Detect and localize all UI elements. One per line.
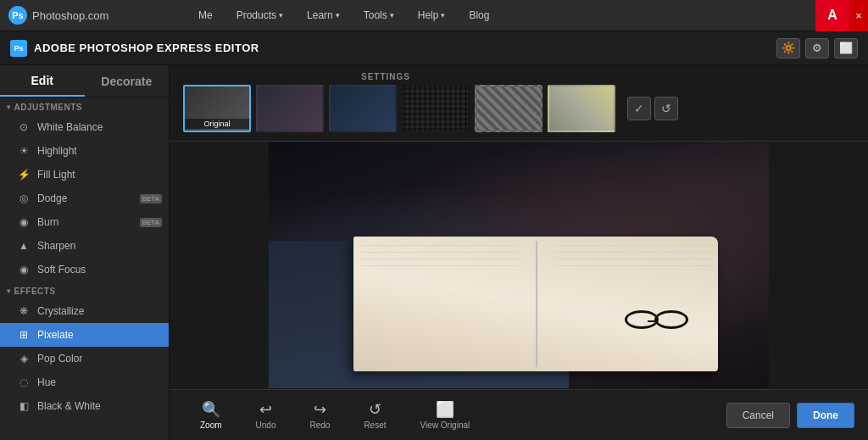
collapse-arrow-icon: ▾ (7, 287, 11, 295)
sidebar-item-black-white[interactable]: ◧ Black & White (0, 394, 169, 418)
done-button[interactable]: Done (797, 403, 854, 428)
chevron-down-icon: ▾ (441, 11, 445, 19)
zoom-icon: 🔍 (202, 400, 220, 419)
app-header-right: 🔆 ⚙ ⬜ (776, 38, 858, 58)
zoom-tool[interactable]: 🔍 Zoom (183, 397, 239, 433)
settings-button[interactable]: ⚙ (805, 38, 829, 58)
pop-color-icon: ◈ (17, 352, 31, 365)
fill-light-icon: ⚡ (17, 168, 31, 181)
brightness-button[interactable]: 🔆 (776, 38, 800, 58)
toolbar-tools: 🔍 Zoom ↩ Undo ↪ Redo ↺ Reset ⬜ View O (183, 397, 487, 433)
sidebar-item-white-balance[interactable]: ⊙ White Balance (0, 115, 169, 139)
white-balance-icon: ⊙ (17, 120, 31, 134)
sidebar-item-pop-color[interactable]: ◈ Pop Color (0, 347, 169, 370)
thumbnail-preset-3[interactable] (402, 85, 470, 132)
app-title: ADOBE PHOTOSHOP EXPRESS EDITOR (34, 42, 259, 54)
logo-area: Ps Photoshop.com (0, 6, 186, 25)
app-header: Ps ADOBE PHOTOSHOP EXPRESS EDITOR 🔆 ⚙ ⬜ (0, 31, 868, 65)
sidebar-item-sharpen[interactable]: ▲ Sharpen (0, 234, 169, 258)
sidebar-item-highlight[interactable]: ☀ Highlight (0, 139, 169, 163)
adobe-button[interactable]: A (815, 0, 849, 31)
fullscreen-button[interactable]: ⬜ (834, 38, 858, 58)
settings-label: SETTINGS (361, 72, 410, 81)
nav-item-blog[interactable]: Blog (457, 0, 501, 31)
sidebar-item-crystallize[interactable]: ❋ Crystallize (0, 299, 169, 323)
main-image (269, 142, 769, 388)
sidebar-item-pixelate[interactable]: ⊞ Pixelate (0, 323, 169, 347)
ps-logo-icon: Ps (8, 6, 27, 25)
thumbnail-preset-4[interactable] (475, 85, 542, 132)
confirm-button[interactable]: ✓ (627, 97, 651, 120)
reset-tool[interactable]: ↺ Reset (347, 397, 403, 433)
soft-focus-icon: ◉ (17, 263, 31, 276)
nav-item-help[interactable]: Help ▾ (406, 0, 458, 31)
close-button[interactable]: × (849, 0, 868, 31)
thumbnail-label: Original (185, 119, 249, 129)
tab-decorate[interactable]: Decorate (85, 65, 170, 97)
toolbar-actions: Cancel Done (726, 403, 854, 428)
adjustments-section-header[interactable]: ▾ ADJUSTMENTS (0, 97, 169, 115)
sidebar-item-soft-focus[interactable]: ◉ Soft Focus (0, 258, 169, 281)
chevron-down-icon: ▾ (390, 11, 394, 19)
app-header-left: Ps ADOBE PHOTOSHOP EXPRESS EDITOR (10, 40, 259, 57)
image-canvas[interactable] (170, 142, 868, 389)
thumbnail-preset-5[interactable] (548, 85, 615, 132)
nav-item-me[interactable]: Me (186, 0, 225, 31)
app-logo-icon: Ps (10, 40, 27, 57)
view-original-tool[interactable]: ⬜ View Original (403, 397, 487, 433)
undo-tool[interactable]: ↩ Undo (239, 397, 293, 433)
bottom-toolbar: 🔍 Zoom ↩ Undo ↪ Redo ↺ Reset ⬜ View O (170, 389, 868, 440)
sidebar: Edit Decorate ▾ ADJUSTMENTS ⊙ White Bala… (0, 65, 170, 440)
collapse-arrow-icon: ▾ (7, 103, 11, 111)
thumbnail-preset-2[interactable] (329, 85, 397, 132)
tab-edit[interactable]: Edit (0, 65, 85, 97)
sharpen-icon: ▲ (17, 239, 31, 253)
thumbnail-strip: Original (183, 85, 615, 132)
settings-bar: SETTINGS Original ✓ ↺ (170, 65, 868, 142)
redo-tool[interactable]: ↪ Redo (292, 397, 347, 433)
view-original-icon: ⬜ (436, 400, 454, 419)
sidebar-item-hue[interactable]: ◌ Hue (0, 370, 169, 394)
main-area: Edit Decorate ▾ ADJUSTMENTS ⊙ White Bala… (0, 65, 868, 440)
thumbnail-actions: ✓ ↺ (627, 97, 678, 120)
nav-items: Me Products ▾ Learn ▾ Tools ▾ Help ▾ Blo… (186, 0, 815, 31)
reset-preview-button[interactable]: ↺ (654, 97, 678, 120)
hue-icon: ◌ (17, 376, 31, 389)
black-white-icon: ◧ (17, 399, 31, 413)
content-area: SETTINGS Original ✓ ↺ (170, 65, 868, 440)
nav-item-tools[interactable]: Tools ▾ (352, 0, 406, 31)
pixelate-icon: ⊞ (17, 328, 31, 342)
cancel-button[interactable]: Cancel (726, 403, 790, 428)
nav-item-products[interactable]: Products ▾ (225, 0, 295, 31)
sidebar-item-dodge[interactable]: ◎ Dodge BETA (0, 187, 169, 210)
chevron-down-icon: ▾ (279, 11, 283, 19)
highlight-icon: ☀ (17, 144, 31, 158)
sidebar-item-fill-light[interactable]: ⚡ Fill Light (0, 163, 169, 187)
effects-section-header[interactable]: ▾ EFFECTS (0, 281, 169, 299)
reset-icon: ↺ (369, 400, 381, 419)
sidebar-tabs: Edit Decorate (0, 65, 169, 97)
sidebar-content: ▾ ADJUSTMENTS ⊙ White Balance ☀ Highligh… (0, 97, 169, 440)
beta-badge: BETA (140, 218, 162, 227)
redo-icon: ↪ (314, 400, 326, 419)
crystallize-icon: ❋ (17, 304, 31, 318)
undo-icon: ↩ (259, 400, 272, 419)
sidebar-item-burn[interactable]: ◉ Burn BETA (0, 210, 169, 234)
scene-book (353, 237, 718, 372)
thumbnail-original[interactable]: Original (183, 85, 251, 132)
dodge-icon: ◎ (17, 192, 31, 205)
beta-badge: BETA (140, 194, 162, 203)
nav-item-learn[interactable]: Learn ▾ (295, 0, 352, 31)
top-navigation: Ps Photoshop.com Me Products ▾ Learn ▾ T… (0, 0, 868, 31)
chevron-down-icon: ▾ (336, 11, 340, 19)
burn-icon: ◉ (17, 215, 31, 229)
site-name: Photoshop.com (32, 9, 108, 22)
thumbnail-preset-1[interactable] (256, 85, 324, 132)
